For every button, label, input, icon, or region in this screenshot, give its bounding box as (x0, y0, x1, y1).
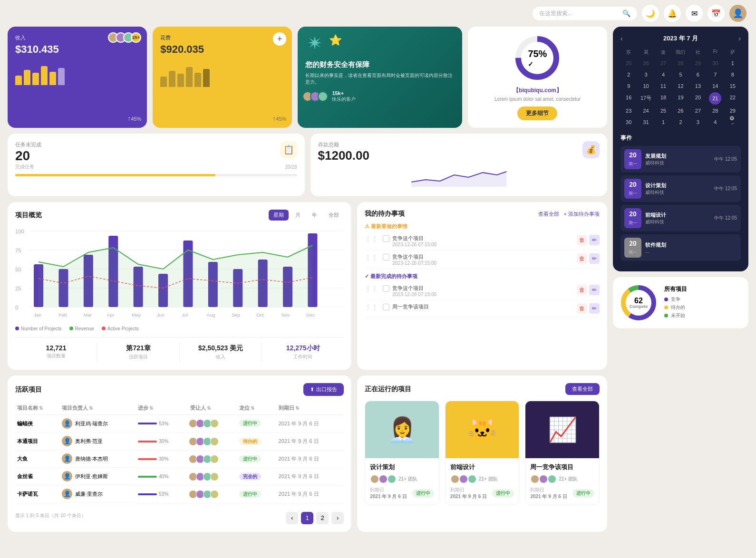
event-time: 中午 12:05 (714, 185, 737, 192)
todo-edit-button[interactable]: ✏ (589, 303, 600, 314)
prev-page-button[interactable]: ‹ (286, 512, 298, 524)
svg-text:May: May (132, 313, 141, 317)
cell-progress: 53% (136, 415, 188, 433)
calendar-day[interactable]: 23 (620, 106, 637, 116)
calendar-day[interactable]: 1 (655, 117, 671, 127)
calendar-day[interactable]: 2 (672, 117, 688, 127)
calendar-day[interactable]: 9 (620, 81, 637, 91)
calendar-day[interactable]: 17号 (638, 92, 654, 105)
todo-view-all[interactable]: 查看全部 (538, 211, 559, 218)
project-card-image: 📈 (525, 401, 599, 458)
status-badge: 待办的 (239, 438, 261, 445)
cell-due: 2021 年 9 月 6 日 (277, 450, 344, 468)
settings-icon[interactable]: ⚙ (727, 113, 737, 124)
export-button[interactable]: ⬆ 出口报告 (303, 383, 344, 396)
todo-checkbox[interactable] (383, 235, 389, 242)
search-box[interactable]: 在这里搜索... 🔍 (533, 7, 637, 20)
page-2-button[interactable]: 2 (316, 512, 329, 524)
cal-prev-button[interactable]: ‹ (620, 35, 623, 42)
todo-checkbox[interactable] (383, 285, 389, 292)
calendar-day[interactable]: 5 (672, 69, 688, 80)
view-all-button[interactable]: 查看全部 (565, 383, 600, 395)
calendar-day[interactable]: 30 (707, 58, 723, 68)
calendar-day[interactable]: 12 (672, 81, 688, 91)
calendar-day[interactable]: 7 (707, 69, 723, 80)
legend-row: 竞争 (664, 296, 742, 303)
calendar-day[interactable]: 31 (638, 117, 654, 127)
event-day: 20 (628, 210, 638, 218)
bell-icon[interactable]: 🔔 (664, 5, 681, 22)
todo-delete-button[interactable]: 🗑 (577, 253, 587, 264)
todo-checkbox[interactable] (383, 304, 389, 310)
calendar-day[interactable]: 26 (638, 58, 654, 68)
cell-status: 进行中 (237, 415, 276, 433)
calendar-day[interactable]: 10 (638, 81, 654, 91)
todo-delete-button[interactable]: 🗑 (577, 285, 587, 295)
event-item: 20 周一 前端设计 威特科技 中午 12:05 (620, 205, 741, 231)
calendar-day[interactable]: 11 (655, 81, 671, 91)
calendar-day[interactable]: 28 (672, 58, 688, 68)
mail-icon[interactable]: ✉ (686, 5, 703, 22)
event-day: 20 (628, 151, 638, 159)
events-title: 事件 (620, 134, 741, 142)
calendar-icon[interactable]: 📅 (708, 5, 725, 22)
calendar-day[interactable]: 27 (690, 106, 706, 116)
legend-row: 待办的 (664, 304, 742, 311)
calendar-day[interactable]: 1 (725, 58, 741, 68)
todo-edit-button[interactable]: ✏ (589, 235, 600, 245)
todo-item: ⋮⋮ 周一竞争该项目 🗑 ✏ (365, 300, 600, 317)
calendar-day[interactable]: 28 (707, 106, 723, 116)
svg-text:25: 25 (15, 286, 21, 291)
calendar-day[interactable]: 18 (655, 92, 671, 105)
page-1-button[interactable]: 1 (301, 512, 313, 524)
project-card: 📈 周一竞争该项目 21+ 团队 到期日 2021 年 9 月 6 日 进行中 (525, 401, 600, 505)
calendar-day[interactable]: 6 (690, 69, 706, 80)
calendar-day[interactable]: 22 (725, 92, 741, 105)
calendar-day[interactable]: 2 (620, 69, 637, 80)
calendar-day[interactable]: 8 (725, 69, 741, 80)
todo-checkbox[interactable] (383, 254, 389, 260)
calendar-day[interactable]: 29 (690, 58, 706, 68)
calendar-day[interactable]: 19 (672, 92, 688, 105)
calendar-day[interactable]: 25 (655, 106, 671, 116)
donut-desc: Lorem ipsum dolor sat amet, consectetur (494, 96, 581, 102)
deadline-row: 到期日 2021 年 9 月 6 日 进行中 (370, 487, 434, 500)
calendar-day[interactable]: 15 (725, 81, 741, 91)
tab-all[interactable]: 全部 (324, 210, 344, 221)
avatar[interactable]: 👤 (729, 5, 746, 22)
calendar-day[interactable]: 3 (690, 117, 706, 127)
next-page-button[interactable]: › (331, 512, 344, 524)
savings-card: 💰 存款总额 $1200.00 (310, 134, 608, 196)
tab-week[interactable]: 星期 (269, 210, 289, 221)
todo-edit-button[interactable]: ✏ (589, 253, 600, 264)
table-row: 卡萨诺瓦 👤 威廉·里查尔 53% 进行中 2021 年 9 月 6 日 (15, 485, 344, 503)
calendar-day[interactable]: 20 (690, 92, 706, 105)
project-overview-card: 项目概览 星期 月 年 全部 100 75 50 25 (8, 202, 351, 370)
moon-icon[interactable]: 🌙 (642, 5, 659, 22)
calendar-day[interactable]: 4 (707, 117, 723, 127)
calendar-today[interactable]: 21 (709, 92, 721, 105)
svg-text:Feb: Feb (58, 313, 67, 317)
legend-revenue: Revenue (69, 326, 94, 331)
calendar-day[interactable]: 27 (655, 58, 671, 68)
event-info: 设计策划 威特科技 (645, 182, 710, 196)
calendar-day[interactable]: 26 (672, 106, 688, 116)
todo-delete-button[interactable]: 🗑 (577, 235, 587, 245)
calendar-day[interactable]: 16 (620, 92, 637, 105)
calendar-day[interactable]: 30 (620, 117, 637, 127)
calendar-day[interactable]: 14 (707, 81, 723, 91)
todo-delete-button[interactable]: 🗑 (577, 303, 587, 314)
calendar-day[interactable]: 13 (690, 81, 706, 91)
more-detail-button[interactable]: 更多细节 (517, 106, 557, 120)
tab-year[interactable]: 年 (307, 210, 322, 221)
calendar-day[interactable]: 24 (638, 106, 654, 116)
cal-next-button[interactable]: › (738, 35, 741, 42)
calendar-day[interactable]: 4 (655, 69, 671, 80)
calendar-day[interactable]: 25 (620, 58, 637, 68)
savings-label: 存款总额 (318, 141, 600, 148)
tab-month[interactable]: 月 (291, 210, 305, 221)
col-manager: 项目负责人⇅ (60, 402, 136, 415)
todo-edit-button[interactable]: ✏ (589, 285, 600, 295)
calendar-day[interactable]: 3 (638, 69, 654, 80)
todo-add[interactable]: + 添加待办事项 (564, 211, 600, 218)
